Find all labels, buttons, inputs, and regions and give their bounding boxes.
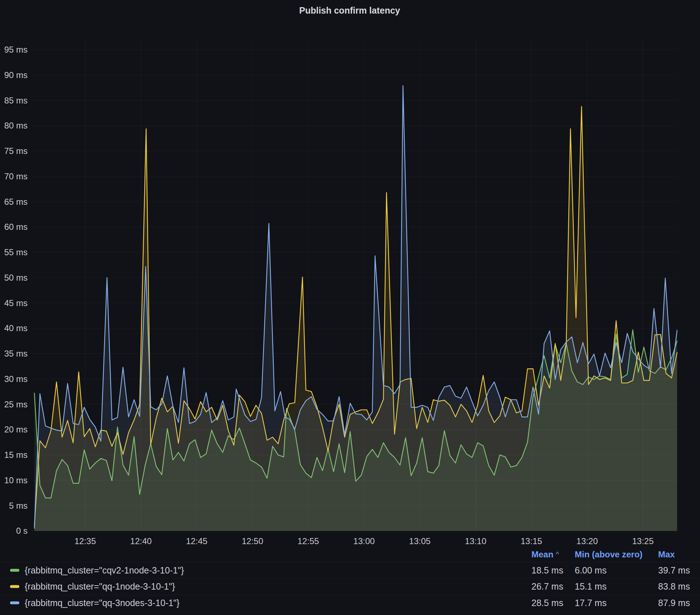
svg-text:30 ms: 30 ms	[4, 374, 28, 384]
svg-text:5 ms: 5 ms	[9, 501, 28, 510]
svg-text:18.5 ms: 18.5 ms	[531, 565, 563, 575]
svg-text:35 ms: 35 ms	[4, 349, 28, 358]
svg-text:6.00 ms: 6.00 ms	[575, 565, 607, 575]
svg-text:15 ms: 15 ms	[4, 450, 28, 460]
svg-text:{rabbitmq_cluster="qq-3nodes-3: {rabbitmq_cluster="qq-3nodes-3-10-1"}	[25, 598, 180, 608]
svg-text:Publish confirm latency: Publish confirm latency	[299, 5, 400, 15]
svg-text:13:00: 13:00	[353, 536, 375, 546]
svg-text:80 ms: 80 ms	[4, 121, 28, 130]
svg-text:25 ms: 25 ms	[4, 399, 28, 409]
svg-text:0 s: 0 s	[16, 526, 28, 536]
svg-text:85 ms: 85 ms	[4, 96, 28, 105]
svg-text:{rabbitmq_cluster="cqv2-1node-: {rabbitmq_cluster="cqv2-1node-3-10-1"}	[25, 565, 184, 575]
svg-text:13:25: 13:25	[632, 536, 653, 546]
svg-text:Mean ^: Mean ^	[531, 549, 559, 559]
svg-text:Min (above zero): Min (above zero)	[575, 549, 642, 559]
svg-text:50 ms: 50 ms	[4, 273, 28, 282]
svg-text:15.1 ms: 15.1 ms	[575, 581, 607, 591]
svg-text:10 ms: 10 ms	[4, 475, 28, 485]
svg-text:83.8 ms: 83.8 ms	[658, 581, 690, 591]
svg-text:65 ms: 65 ms	[4, 197, 28, 207]
svg-text:60 ms: 60 ms	[4, 222, 28, 232]
svg-text:12:50: 12:50	[242, 536, 263, 546]
svg-text:12:45: 12:45	[186, 536, 208, 546]
svg-text:26.7 ms: 26.7 ms	[531, 581, 563, 591]
svg-text:45 ms: 45 ms	[4, 298, 28, 308]
svg-text:95 ms: 95 ms	[4, 45, 28, 54]
svg-text:12:55: 12:55	[297, 536, 319, 546]
svg-text:12:35: 12:35	[74, 536, 96, 546]
svg-text:75 ms: 75 ms	[4, 146, 28, 156]
svg-text:13:05: 13:05	[409, 536, 431, 546]
svg-text:13:15: 13:15	[521, 536, 542, 546]
svg-text:Max: Max	[658, 549, 675, 559]
svg-text:12:40: 12:40	[130, 536, 152, 546]
svg-text:{rabbitmq_cluster="qq-1node-3-: {rabbitmq_cluster="qq-1node-3-10-1"}	[25, 581, 175, 591]
svg-text:17.7 ms: 17.7 ms	[575, 598, 607, 608]
svg-text:40 ms: 40 ms	[4, 323, 28, 333]
svg-text:70 ms: 70 ms	[4, 171, 28, 181]
svg-text:39.7 ms: 39.7 ms	[658, 565, 690, 575]
svg-text:87.9 ms: 87.9 ms	[658, 598, 690, 608]
svg-text:13:10: 13:10	[465, 536, 486, 546]
svg-text:28.5 ms: 28.5 ms	[531, 598, 563, 608]
svg-text:90 ms: 90 ms	[4, 70, 28, 80]
svg-text:55 ms: 55 ms	[4, 247, 28, 257]
svg-text:20 ms: 20 ms	[4, 425, 28, 434]
svg-text:13:20: 13:20	[577, 536, 598, 546]
